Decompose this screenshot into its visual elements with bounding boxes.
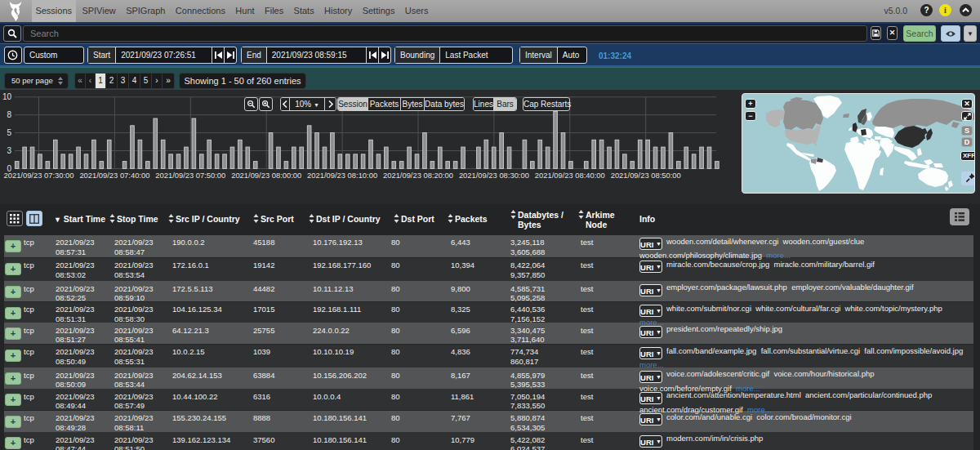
svg-text:5: 5 — [7, 128, 11, 137]
svg-text:2021/09/23 07:50:00: 2021/09/23 07:50:00 — [155, 171, 225, 180]
svg-text:2021/09/23 08:40:00: 2021/09/23 08:40:00 — [535, 171, 605, 180]
svg-text:2021/09/23 08:10:00: 2021/09/23 08:10:00 — [307, 171, 377, 180]
svg-text:8: 8 — [7, 110, 11, 119]
svg-text:2021/09/23 08:50:00: 2021/09/23 08:50:00 — [611, 171, 681, 180]
svg-text:2021/09/23 07:30:00: 2021/09/23 07:30:00 — [3, 171, 74, 180]
svg-text:2021/09/23 07:40:00: 2021/09/23 07:40:00 — [79, 171, 149, 180]
svg-text:10: 10 — [2, 92, 12, 101]
svg-text:2021/09/23 08:00:00: 2021/09/23 08:00:00 — [231, 171, 301, 180]
svg-text:2021/09/23 08:30:00: 2021/09/23 08:30:00 — [459, 171, 529, 180]
svg-text:2021/09/23 08:20:00: 2021/09/23 08:20:00 — [383, 171, 453, 180]
svg-text:3: 3 — [7, 146, 11, 155]
